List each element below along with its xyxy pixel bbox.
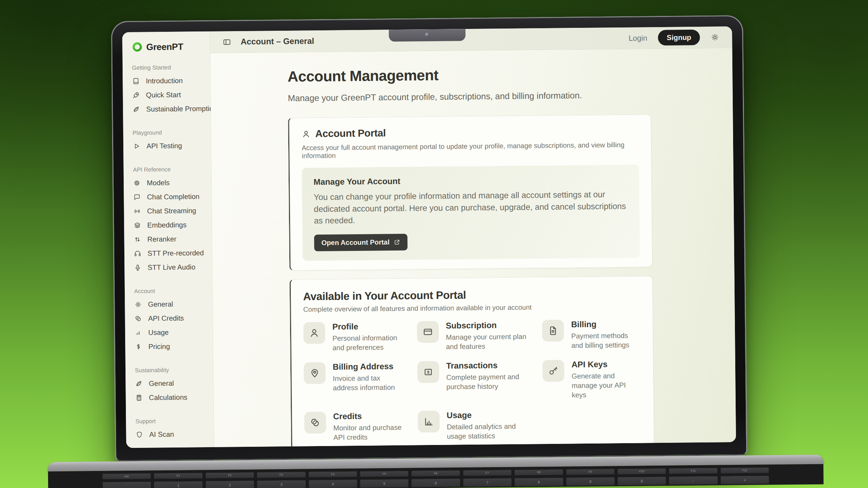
brand-name: GreenPT [146,41,183,52]
svg-text:$: $ [427,370,430,374]
document-icon [542,320,564,342]
keyboard-key: F2 [205,472,255,479]
open-account-portal-button[interactable]: Open Account Portal [314,234,408,251]
card-subtitle: Complete overview of all features and in… [303,302,640,313]
calculator-icon [135,394,143,401]
main-column: Account – General Login Signup Account M… [210,26,736,447]
sidebar-section-support: Support AI Scan [135,418,209,438]
keyboard-key: F5 [360,471,409,477]
sun-icon[interactable] [711,33,719,41]
sidebar-item-introduction[interactable]: Introduction [132,76,205,85]
keyboard-key: F9 [566,468,615,475]
sidebar-item-api-testing[interactable]: API Testing [133,141,206,150]
keyboard-key: 6 [411,478,460,487]
play-icon [133,142,140,150]
sidebar-item-chat-completion[interactable]: Chat Completion [133,192,206,201]
sort-arrows-icon [133,235,141,243]
laptop-lid: GreenPT Getting Started Introduction Qui… [111,15,748,462]
keyboard-key: ` [102,481,152,488]
sidebar-item-usage[interactable]: Usage [135,328,208,337]
laptop-notch [389,29,465,42]
sidebar-item-stt-pre-recorded[interactable]: STT Pre-recorded [134,249,207,257]
leaf-icon [135,380,142,387]
sidebar-item-calculations[interactable]: Calculations [135,393,208,402]
sidebar-item-chat-streaming[interactable]: Chat Streaming [133,206,207,215]
keyboard-key: = [720,475,770,484]
section-label: Getting Started [132,64,205,71]
available-features-card: Available in Your Account Portal Complet… [290,276,655,447]
sidebar-item-sustainable-prompting[interactable]: Sustainable Prompting [132,104,205,113]
keyboard-key: F7 [463,470,512,476]
keyboard-key: 2 [205,480,255,488]
keyboard-key: F3 [257,471,306,478]
sidebar-section-account: Account General API Credits Usage [134,287,208,351]
sidebar-item-ai-scan[interactable]: AI Scan [136,430,209,438]
sidebar-item-api-credits[interactable]: API Credits [135,314,208,322]
page-subtitle: Manage your GreenPT account profile, sub… [288,90,651,103]
sidebar-item-reranker[interactable]: Reranker [133,235,207,243]
section-label: Sustainability [135,367,208,374]
sidebar-item-sustainability-general[interactable]: General [135,379,208,388]
sidebar-item-account-general[interactable]: General [134,300,207,308]
section-label: API Reference [133,166,206,173]
sidebar-toggle-icon[interactable] [222,38,231,46]
feature-transactions: $ Transactions Complete payment and purc… [417,360,528,401]
external-link-icon [394,239,400,245]
user-icon [302,129,311,138]
webcam-icon [425,33,429,37]
keyboard-key: 8 [514,478,563,487]
credit-card-icon [417,321,439,343]
login-link[interactable]: Login [629,34,647,42]
bar-chart-icon [135,329,142,336]
receipt-icon: $ [417,361,439,383]
card-title: Available in Your Account Portal [303,287,640,303]
keyboard-key: F6 [411,470,460,476]
user-icon [303,322,326,344]
keyboard-key: F1 [154,472,203,479]
keyboard-key: P [705,486,769,488]
key-icon [542,360,565,382]
sidebar-item-stt-live-audio[interactable]: STT Live Audio [134,263,207,271]
keyboard-key: - [669,476,718,485]
card-description: Access your full account management port… [302,141,639,160]
section-label: Playground [133,129,206,136]
sidebar-item-embeddings[interactable]: Embeddings [133,221,207,229]
feature-billing: Billing Payment methods and billing sett… [542,319,641,350]
sidebar-section-api-reference: API Reference Models Chat Completion Cha… [133,166,207,271]
sidebar-section-getting-started: Getting Started Introduction Quick Start… [132,64,205,113]
sidebar-item-pricing[interactable]: Pricing [135,342,208,351]
brand-logo[interactable]: GreenPT [132,41,205,52]
coins-icon [304,411,326,433]
keyboard-key: 1 [154,481,203,488]
rocket-icon [132,91,140,99]
sidebar-section-playground: Playground API Testing [133,129,206,150]
page-title: Account Management [288,65,651,85]
manage-box-title: Manage Your Account [314,174,627,187]
app-window: GreenPT Getting Started Introduction Qui… [122,26,736,448]
headphones-icon [134,249,141,257]
coins-icon [135,314,142,322]
keyboard-key: esc [102,473,152,480]
signup-button[interactable]: Signup [658,30,700,46]
section-label: Support [135,418,208,425]
feature-profile: Profile Personal information and prefere… [303,321,402,353]
sidebar-section-sustainability: Sustainability General Calculations [135,367,208,402]
dollar-icon [135,343,142,350]
open-account-portal-label: Open Account Portal [322,238,390,247]
chart-icon [418,410,440,432]
keyboard-key: 7 [463,478,512,487]
feature-credits: Credits Monitor and purchase API credits [304,411,403,442]
gear-icon [134,300,142,308]
shield-icon [136,431,143,438]
keyboard-key: 4 [309,479,358,488]
feature-billing-address: Billing Address Invoice and tax address … [304,361,403,402]
sidebar-item-quick-start[interactable]: Quick Start [132,90,205,99]
sidebar-item-models[interactable]: Models [133,178,206,187]
keyboard-key: F4 [308,471,357,478]
keyboard-key: F11 [669,467,718,474]
account-portal-card: Account Portal Access your full account … [288,114,652,271]
chat-bubble-icon [133,193,141,201]
section-label: Account [134,287,207,295]
keyboard-key: 3 [257,480,306,488]
content-area: Account Management Manage your GreenPT a… [210,48,736,447]
